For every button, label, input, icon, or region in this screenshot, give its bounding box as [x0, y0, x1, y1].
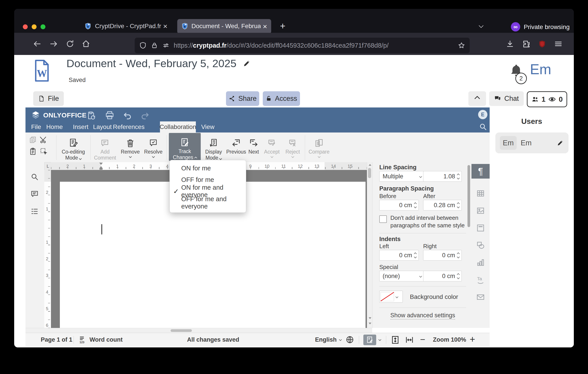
- share-button[interactable]: Share: [226, 91, 259, 106]
- hanging-indent-marker[interactable]: [99, 166, 103, 168]
- resolve-button[interactable]: Resolve: [142, 133, 164, 161]
- menu-item-on-for-me[interactable]: ON for me: [170, 162, 246, 174]
- tab-cryptdrive[interactable]: CryptDrive - CryptPad.fr: [70, 20, 176, 33]
- spinner-arrows[interactable]: [457, 253, 462, 258]
- tab-document[interactable]: Document - Wed, February 5, 20 ×: [177, 19, 271, 34]
- globe-icon[interactable]: [345, 335, 355, 344]
- spinner-arrows[interactable]: [457, 174, 462, 179]
- edit-title-pencil-icon[interactable]: [243, 59, 251, 68]
- zoom-in-icon[interactable]: +: [470, 334, 475, 345]
- tab-view[interactable]: View: [200, 121, 216, 133]
- office-user-avatar[interactable]: E: [478, 110, 487, 119]
- adblock-icon[interactable]: [538, 40, 546, 48]
- select-all-icon[interactable]: [40, 147, 48, 156]
- tab-insert[interactable]: Insert: [71, 121, 90, 133]
- coediting-mode-button[interactable]: Co-editing Mode: [59, 133, 88, 161]
- download-icon[interactable]: [505, 40, 514, 48]
- line-spacing-select[interactable]: Multiple: [379, 171, 425, 182]
- first-line-indent-marker[interactable]: [99, 163, 103, 165]
- add-comment-button[interactable]: Add Comment: [92, 133, 118, 161]
- spinner-arrows[interactable]: [414, 253, 419, 258]
- paste-icon[interactable]: [29, 147, 37, 156]
- user-list-item[interactable]: Em Em: [495, 133, 568, 153]
- vertical-scrollbar[interactable]: [367, 162, 372, 328]
- accept-button[interactable]: Accept: [262, 133, 282, 161]
- tab-close-icon[interactable]: ×: [260, 20, 270, 32]
- tab-layout[interactable]: Layout: [92, 121, 113, 133]
- page-indicator[interactable]: Page 1 of 1: [41, 336, 73, 343]
- header-footer-settings-tab[interactable]: [472, 221, 490, 235]
- chevron-down-icon[interactable]: [396, 295, 398, 298]
- previous-change-button[interactable]: Previous: [226, 133, 246, 161]
- special-indent-size-input[interactable]: 0 cm: [423, 271, 462, 281]
- chat-button[interactable]: Chat: [489, 91, 524, 106]
- text-art-settings-tab[interactable]: Ta: [472, 272, 490, 287]
- special-indent-select[interactable]: (none): [379, 271, 425, 281]
- undo-icon[interactable]: [123, 111, 133, 121]
- scrollbar-thumb[interactable]: [368, 168, 371, 178]
- scroll-up-arrow-icon[interactable]: [369, 164, 371, 166]
- horizontal-scrollbar[interactable]: [25, 328, 372, 333]
- file-menu-button[interactable]: File: [33, 91, 64, 106]
- access-button[interactable]: Access: [263, 91, 300, 106]
- track-changes-toggle[interactable]: [363, 334, 376, 345]
- tab-home[interactable]: Home: [45, 121, 64, 133]
- back-icon[interactable]: [33, 40, 42, 48]
- display-mode-button[interactable]: Display Mode: [202, 133, 225, 161]
- lock-icon[interactable]: [151, 42, 158, 49]
- image-settings-tab[interactable]: [472, 203, 490, 218]
- extensions-icon[interactable]: [522, 40, 531, 48]
- paragraph-settings-tab[interactable]: ¶: [472, 164, 490, 179]
- panel-scrollbar-thumb[interactable]: [467, 165, 470, 227]
- comments-panel-icon[interactable]: [30, 190, 39, 198]
- permissions-icon[interactable]: [162, 42, 170, 49]
- language-selector[interactable]: English: [315, 336, 337, 343]
- spacing-after-input[interactable]: 0.28 cm: [423, 200, 462, 210]
- forward-icon[interactable]: [49, 40, 58, 48]
- next-change-button[interactable]: Next: [246, 133, 261, 161]
- track-changes-button[interactable]: Track Changes: [169, 133, 201, 161]
- save-icon[interactable]: [86, 110, 97, 121]
- bookmark-star-icon[interactable]: [458, 42, 465, 49]
- window-minimize-button[interactable]: [32, 24, 37, 29]
- spinner-arrows[interactable]: [457, 274, 462, 279]
- tab-collaboration[interactable]: Collaboration: [160, 121, 196, 133]
- tab-file[interactable]: File: [28, 121, 44, 133]
- line-spacing-multiplier-input[interactable]: 1.08: [423, 171, 462, 182]
- spinner-arrows[interactable]: [414, 203, 419, 208]
- collapse-toolbar-button[interactable]: [468, 91, 486, 106]
- presence-indicator[interactable]: 1 0: [527, 91, 567, 107]
- shape-settings-tab[interactable]: [472, 238, 490, 253]
- tab-close-icon[interactable]: ×: [160, 20, 170, 32]
- chart-settings-tab[interactable]: [472, 255, 490, 270]
- new-tab-button[interactable]: +: [277, 20, 288, 33]
- window-close-button[interactable]: [23, 24, 28, 29]
- indent-right-input[interactable]: 0 cm: [423, 250, 462, 260]
- redo-icon[interactable]: [140, 111, 150, 121]
- user-avatar-initials[interactable]: Em: [530, 61, 551, 78]
- background-color-swatch[interactable]: [379, 291, 403, 303]
- vertical-ruler[interactable]: [44, 170, 51, 328]
- search-icon[interactable]: [479, 122, 487, 131]
- spacing-before-input[interactable]: 0 cm: [379, 200, 419, 210]
- tab-references[interactable]: References: [114, 121, 143, 133]
- copy-icon[interactable]: [29, 135, 37, 144]
- tab-list-chevron-icon[interactable]: [479, 24, 483, 28]
- home-icon[interactable]: [82, 40, 90, 48]
- show-advanced-settings-link[interactable]: Show advanced settings: [379, 312, 466, 319]
- zoom-out-icon[interactable]: −: [420, 334, 425, 344]
- zoom-level[interactable]: Zoom 100%: [433, 336, 466, 343]
- window-zoom-button[interactable]: [41, 24, 45, 29]
- edit-user-pencil-icon[interactable]: [556, 139, 564, 147]
- print-icon[interactable]: [105, 110, 115, 121]
- spinner-arrows[interactable]: [457, 203, 462, 208]
- scroll-down-arrow-icon[interactable]: [369, 317, 371, 319]
- left-indent-marker[interactable]: [99, 168, 103, 170]
- mail-merge-settings-tab[interactable]: [472, 290, 490, 304]
- reject-button[interactable]: Reject: [283, 133, 303, 161]
- navigation-panel-icon[interactable]: [30, 207, 39, 216]
- search-icon[interactable]: [30, 172, 39, 181]
- tab-stop-selector[interactable]: L: [44, 162, 51, 170]
- indent-left-input[interactable]: 0 cm: [379, 250, 419, 260]
- remove-comment-button[interactable]: Remove: [119, 133, 141, 161]
